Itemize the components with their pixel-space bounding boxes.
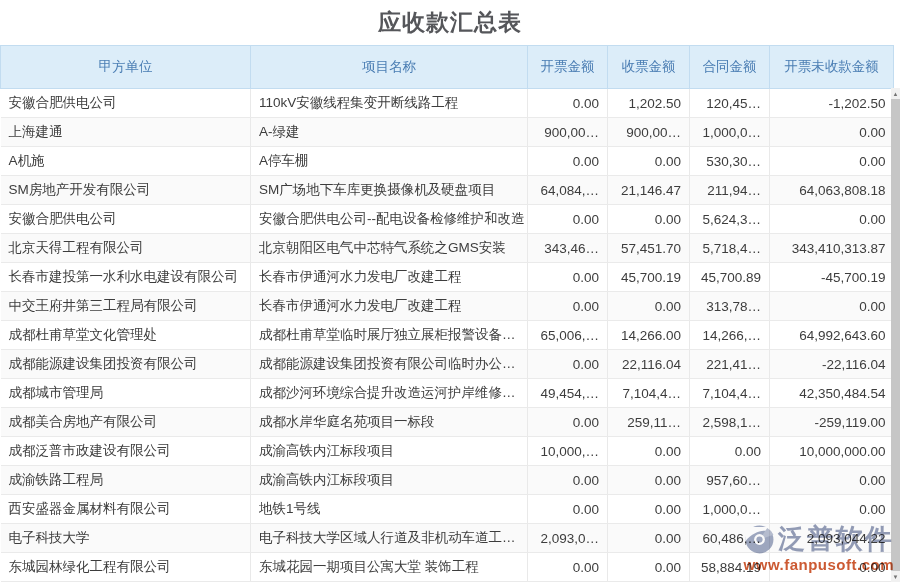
cell-received_amount: 0.00 bbox=[608, 205, 690, 234]
cell-received_amount: 45,700.19 bbox=[608, 263, 690, 292]
cell-received_amount: 0.00 bbox=[608, 495, 690, 524]
cell-received_amount: 0.00 bbox=[608, 553, 690, 582]
cell-received_amount: 21,146.47 bbox=[608, 176, 690, 205]
cell-received_amount: 900,00… bbox=[608, 118, 690, 147]
cell-invoiced_unpaid_amount: -22,116.04 bbox=[770, 350, 894, 379]
cell-company: 成都城市管理局 bbox=[1, 379, 251, 408]
table-row[interactable]: 成都城市管理局成都沙河环境综合提升改造运河护岸维修…49,454,…7,104,… bbox=[1, 379, 894, 408]
cell-contract_amount: 2,598,1… bbox=[690, 408, 770, 437]
receivables-summary-table: 甲方单位项目名称开票金额收票金额合同金额开票未收款金额 安徽合肥供电公司110k… bbox=[0, 45, 894, 582]
cell-invoiced_amount: 0.00 bbox=[528, 263, 608, 292]
cell-company: 西安盛器金属材料有限公司 bbox=[1, 495, 251, 524]
cell-received_amount: 22,116.04 bbox=[608, 350, 690, 379]
cell-invoiced_amount: 0.00 bbox=[528, 408, 608, 437]
cell-received_amount: 1,202.50 bbox=[608, 89, 690, 118]
cell-invoiced_amount: 0.00 bbox=[528, 147, 608, 176]
cell-project: 长春市伊通河水力发电厂改建工程 bbox=[251, 263, 528, 292]
cell-project: 成都沙河环境综合提升改造运河护岸维修… bbox=[251, 379, 528, 408]
vertical-scrollbar[interactable]: ▲ ▼ bbox=[891, 88, 900, 582]
cell-contract_amount: 60,486,… bbox=[690, 524, 770, 553]
cell-invoiced_unpaid_amount: 64,063,808.18 bbox=[770, 176, 894, 205]
cell-invoiced_amount: 49,454,… bbox=[528, 379, 608, 408]
cell-invoiced_unpaid_amount: -259,119.00 bbox=[770, 408, 894, 437]
cell-contract_amount: 221,41… bbox=[690, 350, 770, 379]
table-row[interactable]: A机施A停车棚0.000.00530,30…0.00 bbox=[1, 147, 894, 176]
table-row[interactable]: 安徽合肥供电公司安徽合肥供电公司--配电设备检修维护和改造0.000.005,6… bbox=[1, 205, 894, 234]
cell-invoiced_unpaid_amount: 64,992,643.60 bbox=[770, 321, 894, 350]
table-row[interactable]: 长春市建投第一水利水电建设有限公司长春市伊通河水力发电厂改建工程0.0045,7… bbox=[1, 263, 894, 292]
cell-company: 中交王府井第三工程局有限公司 bbox=[1, 292, 251, 321]
cell-contract_amount: 120,45… bbox=[690, 89, 770, 118]
column-header-invoiced_unpaid_amount: 开票未收款金额 bbox=[770, 46, 894, 89]
title-bar: 应收款汇总表 bbox=[0, 0, 900, 45]
cell-company: SM房地产开发有限公司 bbox=[1, 176, 251, 205]
receivables-summary-page: 应收款汇总表 甲方单位项目名称开票金额收票金额合同金额开票未收款金额 安徽合肥供… bbox=[0, 0, 900, 582]
cell-invoiced_amount: 64,084,… bbox=[528, 176, 608, 205]
cell-invoiced_unpaid_amount: 0.00 bbox=[770, 147, 894, 176]
cell-invoiced_amount: 2,093,0… bbox=[528, 524, 608, 553]
cell-project: 东城花园一期项目公寓大堂 装饰工程 bbox=[251, 553, 528, 582]
cell-invoiced_amount: 0.00 bbox=[528, 553, 608, 582]
cell-contract_amount: 5,718,4… bbox=[690, 234, 770, 263]
table-row[interactable]: 中交王府井第三工程局有限公司长春市伊通河水力发电厂改建工程0.000.00313… bbox=[1, 292, 894, 321]
cell-invoiced_unpaid_amount: 2,093,044.22 bbox=[770, 524, 894, 553]
table-row[interactable]: 成渝铁路工程局成渝高铁内江标段项目0.000.00957,60…0.00 bbox=[1, 466, 894, 495]
cell-received_amount: 0.00 bbox=[608, 437, 690, 466]
cell-company: 安徽合肥供电公司 bbox=[1, 89, 251, 118]
scroll-down-icon[interactable]: ▼ bbox=[891, 571, 900, 582]
cell-invoiced_amount: 0.00 bbox=[528, 89, 608, 118]
cell-invoiced_unpaid_amount: 0.00 bbox=[770, 292, 894, 321]
table-row[interactable]: 成都泛普市政建设有限公司成渝高铁内江标段项目10,000,…0.000.0010… bbox=[1, 437, 894, 466]
cell-invoiced_unpaid_amount: 0.00 bbox=[770, 495, 894, 524]
cell-contract_amount: 7,104,4… bbox=[690, 379, 770, 408]
cell-invoiced_unpaid_amount: 343,410,313.87 bbox=[770, 234, 894, 263]
cell-company: 成都泛普市政建设有限公司 bbox=[1, 437, 251, 466]
cell-project: A停车棚 bbox=[251, 147, 528, 176]
cell-invoiced_amount: 10,000,… bbox=[528, 437, 608, 466]
cell-received_amount: 57,451.70 bbox=[608, 234, 690, 263]
cell-project: 地铁1号线 bbox=[251, 495, 528, 524]
table-row[interactable]: 电子科技大学电子科技大学区域人行道及非机动车道工…2,093,0…0.0060,… bbox=[1, 524, 894, 553]
table-row[interactable]: 成都杜甫草堂文化管理处成都杜甫草堂临时展厅独立展柜报警设备…65,006,…14… bbox=[1, 321, 894, 350]
table-row[interactable]: 东城园林绿化工程有限公司东城花园一期项目公寓大堂 装饰工程0.000.0058,… bbox=[1, 553, 894, 582]
scrollbar-thumb[interactable] bbox=[891, 99, 900, 571]
cell-project: 成都能源建设集团投资有限公司临时办公… bbox=[251, 350, 528, 379]
cell-company: 成渝铁路工程局 bbox=[1, 466, 251, 495]
cell-invoiced_unpaid_amount: 0.00 bbox=[770, 205, 894, 234]
cell-project: SM广场地下车库更换摄像机及硬盘项目 bbox=[251, 176, 528, 205]
table-row[interactable]: SM房地产开发有限公司SM广场地下车库更换摄像机及硬盘项目64,084,…21,… bbox=[1, 176, 894, 205]
cell-invoiced_unpaid_amount: -1,202.50 bbox=[770, 89, 894, 118]
cell-invoiced_unpaid_amount: 42,350,484.54 bbox=[770, 379, 894, 408]
table-row[interactable]: 成都能源建设集团投资有限公司成都能源建设集团投资有限公司临时办公…0.0022,… bbox=[1, 350, 894, 379]
table-row[interactable]: 西安盛器金属材料有限公司地铁1号线0.000.001,000,0…0.00 bbox=[1, 495, 894, 524]
cell-contract_amount: 45,700.89 bbox=[690, 263, 770, 292]
cell-contract_amount: 58,884.19 bbox=[690, 553, 770, 582]
cell-invoiced_amount: 0.00 bbox=[528, 205, 608, 234]
cell-company: 长春市建投第一水利水电建设有限公司 bbox=[1, 263, 251, 292]
cell-project: 北京朝阳区电气中芯特气系统之GMS安装 bbox=[251, 234, 528, 263]
cell-invoiced_amount: 0.00 bbox=[528, 466, 608, 495]
cell-invoiced_amount: 65,006,… bbox=[528, 321, 608, 350]
table-row[interactable]: 成都美合房地产有限公司成都水岸华庭名苑项目一标段0.00259,11…2,598… bbox=[1, 408, 894, 437]
cell-invoiced_amount: 0.00 bbox=[528, 350, 608, 379]
cell-contract_amount: 1,000,0… bbox=[690, 495, 770, 524]
cell-contract_amount: 211,94… bbox=[690, 176, 770, 205]
cell-contract_amount: 313,78… bbox=[690, 292, 770, 321]
cell-project: 110kV安徽线程集变开断线路工程 bbox=[251, 89, 528, 118]
cell-received_amount: 0.00 bbox=[608, 466, 690, 495]
cell-received_amount: 0.00 bbox=[608, 292, 690, 321]
cell-received_amount: 14,266.00 bbox=[608, 321, 690, 350]
cell-invoiced_unpaid_amount: -45,700.19 bbox=[770, 263, 894, 292]
table-row[interactable]: 北京天得工程有限公司北京朝阳区电气中芯特气系统之GMS安装343,46…57,4… bbox=[1, 234, 894, 263]
table-row[interactable]: 安徽合肥供电公司110kV安徽线程集变开断线路工程0.001,202.50120… bbox=[1, 89, 894, 118]
cell-company: 成都美合房地产有限公司 bbox=[1, 408, 251, 437]
cell-project: 长春市伊通河水力发电厂改建工程 bbox=[251, 292, 528, 321]
cell-received_amount: 7,104,4… bbox=[608, 379, 690, 408]
cell-invoiced_amount: 900,00… bbox=[528, 118, 608, 147]
cell-received_amount: 259,11… bbox=[608, 408, 690, 437]
column-header-invoiced_amount: 开票金额 bbox=[528, 46, 608, 89]
scroll-up-icon[interactable]: ▲ bbox=[891, 88, 900, 99]
table-row[interactable]: 上海建通A-绿建900,00…900,00…1,000,0…0.00 bbox=[1, 118, 894, 147]
cell-company: 成都杜甫草堂文化管理处 bbox=[1, 321, 251, 350]
cell-invoiced_unpaid_amount: 10,000,000.00 bbox=[770, 437, 894, 466]
